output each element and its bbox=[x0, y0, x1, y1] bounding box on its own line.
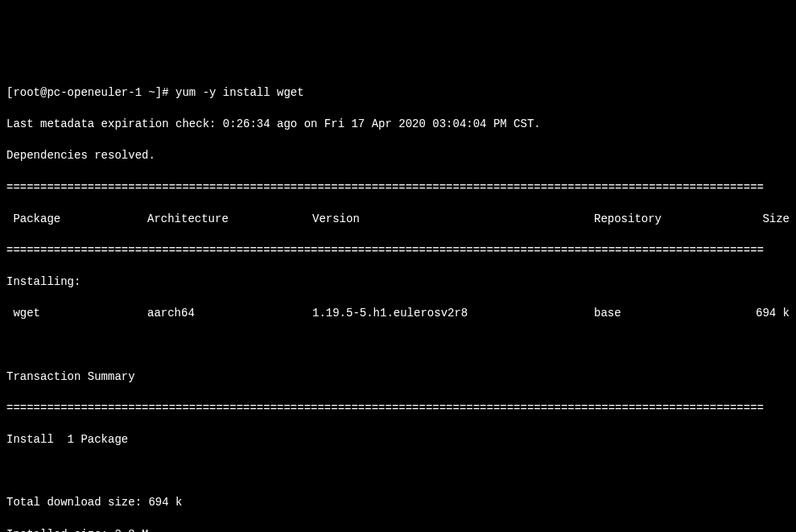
metadata-line: Last metadata expiration check: 0:26:34 … bbox=[6, 117, 790, 133]
shell-prompt: [root@pc-openeuler-1 ~]# bbox=[6, 86, 175, 99]
pkg-repo: base bbox=[594, 306, 621, 322]
package-row: wgetaarch641.19.5-5.h1.eulerosv2r8base69… bbox=[6, 306, 790, 322]
header-repo: Repository bbox=[594, 212, 662, 228]
pkg-arch: aarch64 bbox=[147, 306, 312, 322]
divider: ========================================… bbox=[6, 243, 790, 259]
transaction-summary: Transaction Summary bbox=[6, 369, 790, 386]
pkg-size: 694 k bbox=[756, 306, 790, 322]
table-header: PackageArchitectureVersionRepositorySize bbox=[6, 212, 790, 228]
deps-resolved: Dependencies resolved. bbox=[6, 148, 790, 164]
download-size: Total download size: 694 k bbox=[6, 495, 790, 511]
command-text: yum -y install wget bbox=[175, 86, 304, 99]
header-version: Version bbox=[312, 212, 594, 228]
terminal-output: [root@pc-openeuler-1 ~]# yum -y install … bbox=[6, 69, 790, 532]
installing-label: Installing: bbox=[6, 274, 790, 291]
header-size: Size bbox=[762, 212, 790, 228]
install-count: Install 1 Package bbox=[6, 432, 790, 448]
header-arch: Architecture bbox=[147, 212, 312, 228]
pkg-version: 1.19.5-5.h1.eulerosv2r8 bbox=[312, 306, 594, 322]
header-package: Package bbox=[6, 212, 147, 228]
installed-size: Installed size: 2.8 M bbox=[6, 527, 790, 532]
divider: ========================================… bbox=[6, 401, 790, 417]
divider: ========================================… bbox=[6, 180, 790, 196]
pkg-name: wget bbox=[6, 306, 147, 322]
